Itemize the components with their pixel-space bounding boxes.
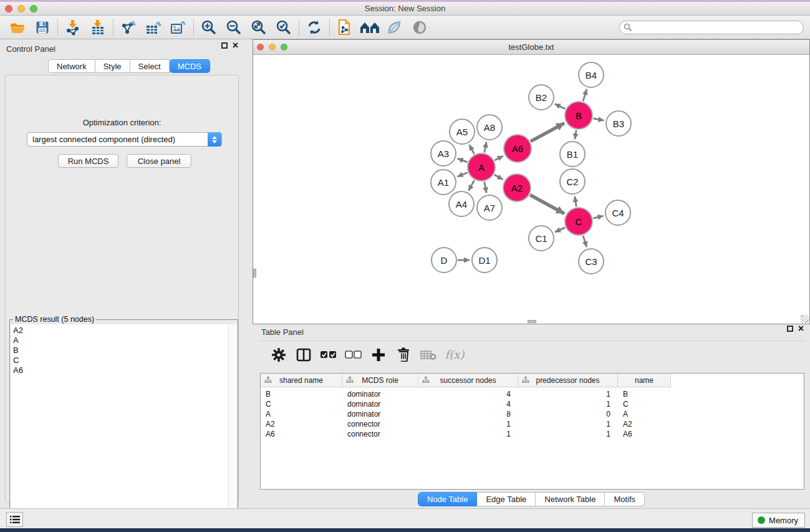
export-network-icon[interactable] bbox=[116, 17, 141, 38]
graph-edge-A-A8[interactable] bbox=[485, 142, 486, 153]
mcds-list-scrollbar[interactable] bbox=[228, 324, 237, 532]
zoom-out-icon[interactable] bbox=[221, 17, 246, 38]
graph-node-c3[interactable]: C3 bbox=[578, 248, 604, 274]
window-resize-grip[interactable] bbox=[801, 315, 809, 323]
graph-edge-A-A7[interactable] bbox=[485, 182, 487, 193]
graph-edge-A-A2[interactable] bbox=[494, 175, 503, 180]
column-header-name[interactable]: name bbox=[618, 374, 671, 387]
graphics-details-icon[interactable] bbox=[382, 17, 407, 38]
mcds-result-item[interactable]: A2 bbox=[13, 326, 228, 336]
graph-node-a4[interactable]: A4 bbox=[448, 191, 475, 217]
import-table-icon[interactable] bbox=[85, 17, 110, 38]
graph-node-a8[interactable]: A8 bbox=[476, 114, 503, 140]
close-panel-icon[interactable]: × bbox=[233, 42, 238, 49]
mcds-result-item[interactable]: A bbox=[13, 336, 228, 346]
delete-table-icon[interactable] bbox=[417, 344, 440, 365]
function-builder-icon[interactable]: f(x) bbox=[442, 344, 465, 365]
graph-node-c1[interactable]: C1 bbox=[528, 225, 554, 251]
first-neighbors-icon[interactable] bbox=[357, 17, 382, 38]
mcds-result-item[interactable]: A6 bbox=[13, 365, 228, 375]
network-canvas[interactable]: AA1A2A3A4A5A6A7A8BB1B2B3B4CC1C2C3C4DD1 bbox=[253, 55, 809, 324]
tab-node-table[interactable]: Node Table bbox=[418, 492, 478, 506]
network-minimize-button[interactable] bbox=[269, 44, 276, 51]
graph-node-a5[interactable]: A5 bbox=[449, 118, 475, 145]
graph-node-a2[interactable]: A2 bbox=[503, 173, 531, 202]
table-row-a[interactable]: Adominator80A bbox=[261, 409, 804, 419]
graph-node-c4[interactable]: C4 bbox=[605, 200, 631, 226]
task-history-button[interactable] bbox=[6, 512, 23, 527]
mcds-result-item[interactable]: B bbox=[13, 346, 228, 355]
close-panel-button[interactable]: Close panel bbox=[127, 154, 191, 168]
graph-edge-B-B1[interactable] bbox=[575, 130, 576, 140]
mcds-result-item[interactable]: C bbox=[13, 355, 228, 365]
run-mcds-button[interactable]: Run MCDS bbox=[58, 154, 118, 168]
zoom-selected-icon[interactable] bbox=[271, 17, 296, 38]
graph-node-a1[interactable]: A1 bbox=[430, 169, 456, 195]
select-all-icon[interactable] bbox=[317, 344, 340, 365]
network-close-button[interactable] bbox=[257, 44, 264, 51]
birds-eye-view-icon[interactable] bbox=[407, 17, 432, 38]
graph-edge-C-C2[interactable] bbox=[575, 196, 577, 207]
graph-node-d1[interactable]: D1 bbox=[471, 247, 498, 273]
table-row-c[interactable]: Cdominator41C bbox=[261, 399, 804, 409]
graph-edge-C-C4[interactable] bbox=[593, 216, 603, 218]
graph-node-a6[interactable]: A6 bbox=[503, 134, 532, 163]
table-row-a2[interactable]: A2connector11A2 bbox=[261, 419, 804, 429]
graph-node-c2[interactable]: C2 bbox=[559, 168, 586, 195]
apply-layout-icon[interactable] bbox=[302, 17, 327, 38]
save-session-icon[interactable] bbox=[30, 17, 55, 38]
create-column-plus-icon[interactable] bbox=[367, 344, 390, 365]
graph-node-b4[interactable]: B4 bbox=[578, 62, 604, 88]
column-header-successor-nodes[interactable]: successor nodes bbox=[418, 374, 518, 387]
column-header-mcds-role[interactable]: MCDS role bbox=[342, 374, 418, 387]
column-header-shared-name[interactable]: shared name bbox=[261, 374, 342, 387]
graph-node-a3[interactable]: A3 bbox=[430, 140, 456, 167]
graph-node-b1[interactable]: B1 bbox=[559, 141, 586, 167]
float-panel-icon[interactable] bbox=[221, 42, 228, 49]
graph-edge-A2-C[interactable] bbox=[530, 195, 564, 213]
tab-network-table[interactable]: Network Table bbox=[536, 492, 605, 506]
open-session-icon[interactable] bbox=[5, 17, 30, 38]
node-table[interactable]: shared nameMCDS rolesuccessor nodesprede… bbox=[260, 373, 804, 490]
new-network-icon[interactable] bbox=[332, 17, 357, 38]
graph-edge-A-A1[interactable] bbox=[457, 173, 467, 177]
graph-edge-A-A4[interactable] bbox=[468, 180, 474, 191]
zoom-in-icon[interactable] bbox=[196, 17, 221, 38]
show-columns-icon[interactable] bbox=[292, 344, 315, 365]
network-vertical-scrollbar[interactable] bbox=[253, 269, 256, 278]
graph-edge-C-C1[interactable] bbox=[555, 228, 565, 232]
table-row-b[interactable]: Bdominator41B bbox=[261, 389, 804, 399]
export-table-icon[interactable] bbox=[141, 17, 166, 38]
tab-motifs[interactable]: Motifs bbox=[605, 492, 645, 506]
graph-node-b2[interactable]: B2 bbox=[528, 84, 554, 110]
deselect-all-icon[interactable] bbox=[342, 344, 365, 365]
network-horizontal-scrollbar[interactable] bbox=[528, 320, 536, 323]
zoom-window-button[interactable] bbox=[30, 5, 37, 12]
mcds-result-list[interactable]: A2ABCA6 bbox=[11, 324, 228, 532]
delete-column-trash-icon[interactable] bbox=[392, 344, 415, 365]
network-window-titlebar[interactable]: testGlobe.txt bbox=[253, 40, 809, 55]
float-table-panel-icon[interactable] bbox=[787, 326, 793, 332]
tab-style[interactable]: Style bbox=[95, 59, 130, 73]
tab-mcds[interactable]: MCDS bbox=[170, 59, 210, 73]
graph-node-b3[interactable]: B3 bbox=[605, 110, 632, 137]
column-header-predecessor-nodes[interactable]: predecessor nodes bbox=[518, 374, 618, 387]
graph-edge-A-A3[interactable] bbox=[458, 158, 468, 162]
graph-node-b[interactable]: B bbox=[564, 101, 593, 130]
graph-node-a7[interactable]: A7 bbox=[476, 195, 503, 221]
table-options-gear-icon[interactable] bbox=[268, 344, 290, 365]
graph-edge-A-A5[interactable] bbox=[469, 145, 474, 154]
import-network-icon[interactable] bbox=[60, 17, 85, 38]
close-table-panel-icon[interactable]: × bbox=[798, 326, 804, 332]
graph-edge-B-B2[interactable] bbox=[555, 104, 566, 109]
graph-edge-A-A6[interactable] bbox=[494, 156, 503, 160]
tab-select[interactable]: Select bbox=[130, 59, 170, 73]
graph-node-d[interactable]: D bbox=[431, 247, 457, 273]
graph-node-a[interactable]: A bbox=[467, 153, 496, 181]
graph-edge-B-B4[interactable] bbox=[583, 89, 587, 101]
graph-edge-C-C3[interactable] bbox=[583, 236, 587, 247]
search-input[interactable] bbox=[619, 21, 804, 34]
graph-edge-A6-B[interactable] bbox=[531, 123, 564, 141]
tab-edge-table[interactable]: Edge Table bbox=[477, 492, 536, 506]
memory-button[interactable]: Memory bbox=[752, 513, 805, 528]
